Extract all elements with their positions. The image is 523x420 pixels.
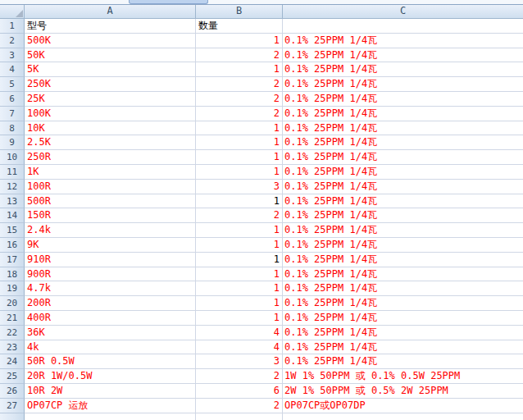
cell-c23[interactable]: 0.1% 25PPM 1/4瓦 [283,340,523,355]
cell-a25[interactable]: 20R 1W/0.5W [25,369,196,384]
row-header[interactable]: 16 [0,238,25,253]
cell-c15[interactable]: 0.1% 25PPM 1/4瓦 [283,223,523,238]
cell-a9[interactable]: 2.5K [25,135,196,150]
cell-b4[interactable]: 1 [196,62,283,77]
cell-c20[interactable]: 0.1% 25PPM 1/4瓦 [283,296,523,311]
row-header[interactable]: 6 [0,92,25,107]
cell-c27[interactable]: OP07CP或OP07DP [283,399,523,413]
row-header[interactable]: 26 [0,384,25,399]
cell-a26[interactable]: 10R 2W [25,384,196,399]
row-header[interactable]: 11 [0,165,25,180]
row-header[interactable]: 5 [0,77,25,92]
cell-a8[interactable]: 10K [25,121,196,136]
cell-b5[interactable]: 2 [196,77,283,92]
cell-c9[interactable]: 0.1% 25PPM 1/4瓦 [283,135,523,150]
cell-b20[interactable]: 1 [196,296,283,311]
cell-c2[interactable]: 0.1% 25PPM 1/4瓦 [283,34,523,48]
cell-a13[interactable]: 500R [25,194,196,209]
row-header[interactable]: 10 [0,150,25,165]
cell-b27[interactable]: 2 [196,399,283,413]
row-header[interactable]: 14 [0,208,25,223]
cell-b17[interactable]: 1 [196,253,283,267]
cell-c16[interactable]: 0.1% 25PPM 1/4瓦 [283,238,523,253]
cell-c14[interactable]: 0.1% 25PPM 1/4瓦 [283,208,523,223]
cell-c8[interactable]: 0.1% 25PPM 1/4瓦 [283,121,523,136]
row-header[interactable]: 20 [0,296,25,311]
cell-c26[interactable]: 2W 1% 50PPM 或 0.5% 2W 25PPM [283,384,523,399]
cell-b14[interactable]: 2 [196,208,283,223]
select-all-corner[interactable] [0,5,25,18]
cell-b11[interactable]: 1 [196,165,283,180]
cell[interactable] [196,413,283,420]
row-header[interactable]: 3 [0,48,25,63]
cell-b25[interactable]: 2 [196,369,283,384]
cell-a10[interactable]: 250R [25,150,196,165]
cell[interactable] [25,413,196,420]
cell-b26[interactable]: 6 [196,384,283,399]
cell-b13[interactable]: 1 [196,194,283,209]
cell-a24[interactable]: 50R 0.5W [25,354,196,369]
row-header[interactable]: 23 [0,340,25,355]
cell-a27[interactable]: OP07CP 运放 [25,399,196,413]
cell-a3[interactable]: 50K [25,48,196,63]
cell-a14[interactable]: 150R [25,208,196,223]
cell-b2[interactable]: 1 [196,34,283,48]
row-header[interactable]: 21 [0,311,25,326]
cell-b8[interactable]: 1 [196,121,283,136]
row-header[interactable]: 25 [0,369,25,384]
cell-b16[interactable]: 1 [196,238,283,253]
cell-c12[interactable]: 0.1% 25PPM 1/4瓦 [283,180,523,194]
row-header[interactable]: 2 [0,34,25,48]
cell-b1[interactable]: 数量 [196,19,283,34]
column-header-c[interactable]: C [283,5,523,18]
cell-c10[interactable]: 0.1% 25PPM 1/4瓦 [283,150,523,165]
cell-b7[interactable]: 2 [196,107,283,121]
row-header[interactable]: 7 [0,107,25,121]
column-header-a[interactable]: A [25,5,196,18]
row-header[interactable]: 27 [0,399,25,413]
row-header[interactable]: 1 [0,19,25,34]
cell-c19[interactable]: 0.1% 25PPM 1/4瓦 [283,281,523,296]
cell-a11[interactable]: 1K [25,165,196,180]
cell-c5[interactable]: 0.1% 25PPM 1/4瓦 [283,77,523,92]
cell-b22[interactable]: 4 [196,326,283,340]
cell-b6[interactable]: 2 [196,92,283,107]
row-header[interactable]: 19 [0,281,25,296]
cell-b23[interactable]: 4 [196,340,283,355]
cell-c21[interactable]: 0.1% 25PPM 1/4瓦 [283,311,523,326]
cell-c25[interactable]: 1W 1% 50PPM 或 0.1% 0.5W 25PPM [283,369,523,384]
cell-c7[interactable]: 0.1% 25PPM 1/4瓦 [283,107,523,121]
cell-b15[interactable]: 1 [196,223,283,238]
cell-c4[interactable]: 0.1% 25PPM 1/4瓦 [283,62,523,77]
cell-c11[interactable]: 0.1% 25PPM 1/4瓦 [283,165,523,180]
cell-c3[interactable]: 0.1% 25PPM 1/4瓦 [283,48,523,63]
cell-c22[interactable]: 0.1% 25PPM 1/4瓦 [283,326,523,340]
cell-a17[interactable]: 910R [25,253,196,267]
cell-a18[interactable]: 900R [25,267,196,282]
cell-c18[interactable]: 0.1% 25PPM 1/4瓦 [283,267,523,282]
row-header[interactable]: 24 [0,354,25,369]
row-header[interactable]: 8 [0,121,25,136]
row-header[interactable]: 15 [0,223,25,238]
row-header[interactable]: 13 [0,194,25,209]
cell-b18[interactable]: 1 [196,267,283,282]
cell-c6[interactable]: 0.1% 25PPM 1/4瓦 [283,92,523,107]
cell-a5[interactable]: 250K [25,77,196,92]
row-header[interactable]: 4 [0,62,25,77]
row-header[interactable]: 22 [0,326,25,340]
cell-a16[interactable]: 9K [25,238,196,253]
cell-a21[interactable]: 400R [25,311,196,326]
row-header[interactable]: 9 [0,135,25,150]
cell-a12[interactable]: 100R [25,180,196,194]
column-header-b[interactable]: B [196,5,283,18]
cell-a15[interactable]: 2.4k [25,223,196,238]
cell-b9[interactable]: 1 [196,135,283,150]
cell-a20[interactable]: 200R [25,296,196,311]
cell-c1[interactable] [283,19,523,34]
cell-a23[interactable]: 4k [25,340,196,355]
cell-a2[interactable]: 500K [25,34,196,48]
cell-b21[interactable]: 1 [196,311,283,326]
cell-a22[interactable]: 36K [25,326,196,340]
cell-b24[interactable]: 3 [196,354,283,369]
cell-a4[interactable]: 5K [25,62,196,77]
